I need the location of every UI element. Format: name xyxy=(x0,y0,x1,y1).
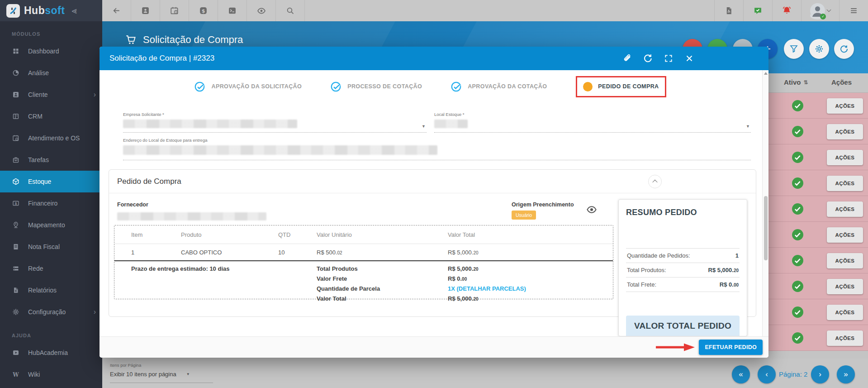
sidebar-item-nota-fiscal[interactable]: Nota Fiscal xyxy=(0,236,102,258)
step-done-icon xyxy=(331,81,342,92)
pdf-export-button[interactable] xyxy=(714,0,743,21)
active-check-icon xyxy=(792,254,804,267)
sidebar-item-atendimento[interactable]: Atendimento e OS xyxy=(0,127,102,149)
active-check-icon xyxy=(792,332,804,344)
sidebar-item-dashboard[interactable]: Dashboard xyxy=(0,40,102,62)
row-actions-button[interactable]: AÇÕES xyxy=(827,253,863,268)
view-details-button[interactable] xyxy=(586,204,597,215)
row-actions-button[interactable]: AÇÕES xyxy=(827,98,863,114)
sidebar-item-crm[interactable]: CRM xyxy=(0,105,102,127)
chevron-right-icon: › xyxy=(94,91,96,99)
scroll-up-icon xyxy=(764,72,768,75)
sidebar-item-estoque[interactable]: Estoque xyxy=(0,171,102,192)
terminal-button[interactable] xyxy=(218,0,247,21)
sort-icon: ⇅ xyxy=(804,79,808,86)
collapse-card-button[interactable] xyxy=(648,175,662,188)
total-produtos-value: R$ 5,000.20 xyxy=(448,265,613,272)
task-list-button[interactable] xyxy=(839,0,868,21)
refresh-icon xyxy=(840,44,849,53)
resumo-row: Total Produtos:R$ 5,000.20 xyxy=(626,263,740,278)
sidebar-item-cliente[interactable]: Cliente › xyxy=(0,84,102,105)
row-actions-button[interactable]: AÇÕES xyxy=(827,305,863,320)
row-actions-button[interactable]: AÇÕES xyxy=(827,331,863,346)
items-per-page-select[interactable]: Exibir 10 itens por página▼ xyxy=(110,371,190,378)
sidebar-item-wiki[interactable]: W Wiki xyxy=(0,364,102,385)
sidebar-item-hubacademia[interactable]: HubAcademia xyxy=(0,342,102,364)
back-button[interactable] xyxy=(102,0,131,21)
active-check-icon xyxy=(792,125,804,138)
detalhar-parcelas-link[interactable]: 1X (DETALHAR PARCELAS) xyxy=(448,285,613,292)
notifications-button[interactable] xyxy=(772,0,801,21)
modal-refresh-button[interactable] xyxy=(643,53,653,63)
endereco-entrega-field[interactable]: Endereço do Local de Estoque para entreg… xyxy=(123,138,751,160)
billing-button[interactable]: $ xyxy=(189,0,218,21)
play-button-icon xyxy=(12,349,20,357)
step-pedido-de-compra annotation-box[interactable]: PEDIDO DE COMPRA xyxy=(576,76,666,97)
menu-list-icon xyxy=(849,6,858,15)
sidebar: MÓDULOS Dashboard Análise Cliente › CRM … xyxy=(0,21,102,388)
local-estoque-label: Local Estoque * xyxy=(434,112,751,117)
last-page-button[interactable]: » xyxy=(837,365,855,383)
filter-button[interactable] xyxy=(784,39,804,59)
svg-text:$: $ xyxy=(202,8,205,14)
sidebar-item-financeiro[interactable]: $ Financeiro xyxy=(0,192,102,214)
active-check-icon xyxy=(792,177,804,189)
step-processo-cotacao[interactable]: PROCESSO DE COTAÇÃO xyxy=(331,81,422,92)
dashboard-grid-icon xyxy=(12,47,20,55)
prev-page-button[interactable]: ‹ xyxy=(758,365,776,383)
gear-icon xyxy=(12,308,20,316)
row-actions-button[interactable]: AÇÕES xyxy=(827,150,863,165)
scrollbar-thumb[interactable] xyxy=(764,196,768,260)
card-title: Pedido de Compra xyxy=(117,177,181,186)
row-actions-button[interactable]: AÇÕES xyxy=(827,124,863,139)
workflow-stepper: APROVAÇÃO DA SOLICITAÇÃO PROCESSO DE COT… xyxy=(100,73,761,100)
row-actions-button[interactable]: AÇÕES xyxy=(827,201,863,217)
row-actions-button[interactable]: AÇÕES xyxy=(827,279,863,294)
refresh-button[interactable] xyxy=(834,39,854,59)
sidebar-item-relatorios[interactable]: Relatórios xyxy=(0,279,102,301)
empresa-solicitante-field[interactable]: Empresa Solicitante * ▼ xyxy=(123,112,427,133)
close-button[interactable] xyxy=(684,53,694,63)
user-menu-button[interactable]: ✓ xyxy=(801,0,839,21)
sidebar-item-tarefas[interactable]: Tarefas xyxy=(0,149,102,171)
origem-badge: Usuário xyxy=(512,211,536,220)
row-actions-button[interactable]: AÇÕES xyxy=(827,227,863,243)
first-page-button[interactable]: « xyxy=(732,365,750,383)
sidebar-item-mapeamento[interactable]: Mapeamento xyxy=(0,214,102,236)
chevron-down-icon xyxy=(827,8,831,12)
active-check-icon xyxy=(792,203,804,215)
row-actions-button[interactable]: AÇÕES xyxy=(827,176,863,191)
back-arrow-icon xyxy=(112,6,121,15)
messages-button[interactable] xyxy=(743,0,772,21)
sidebar-item-rede[interactable]: Rede xyxy=(0,258,102,279)
fullscreen-button[interactable] xyxy=(664,53,674,63)
valor-total-footer-value: R$ 5,000.20 xyxy=(448,295,613,302)
efetuar-pedido-button[interactable]: EFETUAR PEDIDO xyxy=(699,340,763,355)
search-button[interactable] xyxy=(276,0,305,21)
valor-frete-value: R$ 0.00 xyxy=(448,275,613,282)
sidebar-item-analise[interactable]: Análise xyxy=(0,62,102,84)
expand-icon xyxy=(664,54,673,63)
settings-button[interactable] xyxy=(809,39,829,59)
order-table-footer: Prazo de entrega estimado: 10 dias Total… xyxy=(114,260,613,302)
resumo-row: Quantidade de Pedidos:1 xyxy=(626,248,740,263)
sidebar-collapse-icon[interactable]: ⪡ xyxy=(71,5,76,16)
contacts-button[interactable] xyxy=(131,0,160,21)
pagination-bar: Itens por Página Exibir 10 itens por pág… xyxy=(102,359,868,388)
resumo-title: RESUMO PEDIDO xyxy=(626,208,740,217)
watch-button[interactable] xyxy=(247,0,276,21)
calendar-button[interactable] xyxy=(160,0,189,21)
wiki-w-icon: W xyxy=(12,370,20,378)
item-number: 1 xyxy=(131,249,181,256)
step-aprovacao-solicitacao[interactable]: APROVAÇÃO DA SOLICITAÇÃO xyxy=(194,81,302,92)
step-aprovacao-cotacao[interactable]: APROVAÇÃO DA COTAÇÃO xyxy=(451,81,547,92)
sidebar-item-configuracao[interactable]: Configuração › xyxy=(0,301,102,323)
local-estoque-field[interactable]: Local Estoque * ▼ xyxy=(434,112,751,133)
server-stack-icon xyxy=(12,264,20,273)
user-avatar: ✓ xyxy=(810,3,825,18)
column-ativo[interactable]: Ativo⇅ xyxy=(784,78,808,86)
next-page-button[interactable]: › xyxy=(811,365,829,383)
dropdown-arrow-icon: ▼ xyxy=(746,124,750,129)
valor-total-value: R$ 5,000.20 xyxy=(448,249,613,256)
attachment-button[interactable] xyxy=(622,53,632,63)
